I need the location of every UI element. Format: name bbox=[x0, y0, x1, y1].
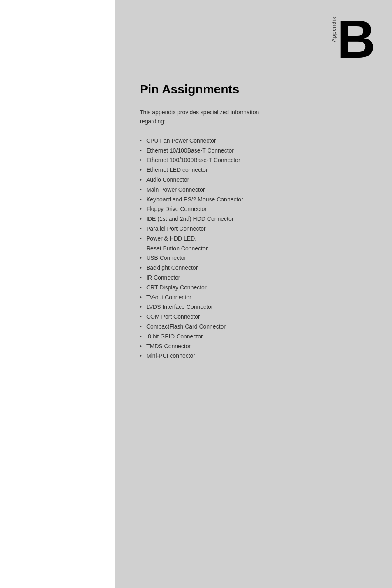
list-item: Parallel Port Connector bbox=[140, 224, 367, 234]
appendix-letter: B bbox=[337, 12, 376, 66]
list-item: Ethernet LED connector bbox=[140, 165, 367, 175]
list-item: 8 bit GPIO Connector bbox=[140, 332, 367, 342]
main-content: Appendix B Pin Assignments This appendix… bbox=[115, 0, 392, 588]
list-item: Ethernet 100/1000Base-T Connector bbox=[140, 155, 367, 165]
list-item: IDE (1st and 2nd) HDD Connector bbox=[140, 214, 367, 224]
list-item: Keyboard and PS/2 Mouse Connector bbox=[140, 195, 367, 205]
list-item: Ethernet 10/100Base-T Connector bbox=[140, 146, 367, 156]
content-area: Pin Assignments This appendix provides s… bbox=[115, 74, 392, 386]
list-item: CPU Fan Power Connector bbox=[140, 136, 367, 146]
list-item: TV-out Connector bbox=[140, 293, 367, 303]
list-item-backlight: Backlight Connector bbox=[140, 263, 367, 273]
list-item: CompactFlash Card Connector bbox=[140, 322, 367, 332]
list-item: LVDS Interface Connector bbox=[140, 302, 367, 312]
list-item-usb: USB Connector bbox=[140, 253, 367, 263]
list-item-com: COM Port Connector bbox=[140, 312, 367, 322]
intro-text: This appendix provides specialized infor… bbox=[140, 108, 279, 126]
list-item: Audio Connector bbox=[140, 175, 367, 185]
bullet-list: CPU Fan Power Connector Ethernet 10/100B… bbox=[140, 136, 367, 361]
list-item: Power & HDD LED,Reset Button Connector bbox=[140, 234, 367, 254]
list-item: Mini-PCI connector bbox=[140, 351, 367, 361]
list-item: TMDS Connector bbox=[140, 342, 367, 352]
list-item: CRT Display Connector bbox=[140, 283, 367, 293]
list-item: Main Power Connector bbox=[140, 185, 367, 195]
list-item: IR Connector bbox=[140, 273, 367, 283]
appendix-header: Appendix B bbox=[115, 0, 392, 74]
list-item: Floppy Drive Connector bbox=[140, 204, 367, 214]
appendix-label: Appendix bbox=[327, 16, 337, 46]
left-sidebar bbox=[0, 0, 115, 588]
page-title: Pin Assignments bbox=[140, 82, 367, 96]
